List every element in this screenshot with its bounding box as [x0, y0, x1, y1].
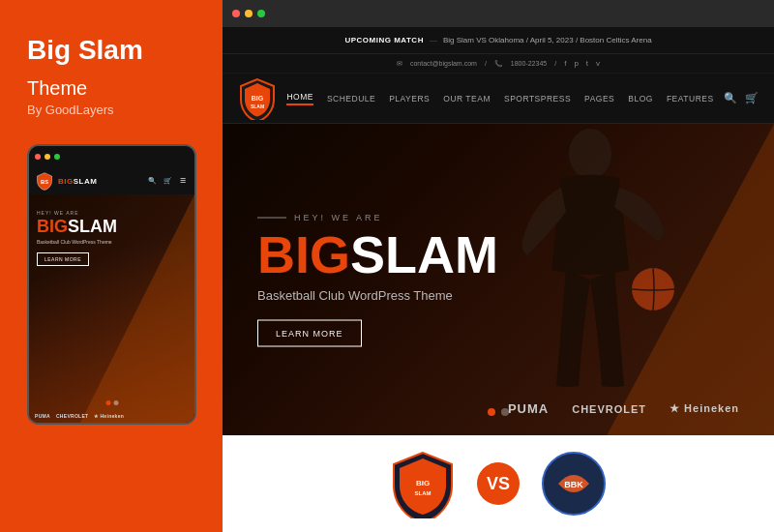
hero-section: HEY! WE ARE BIG SLAM Basketball Club Wor… [223, 124, 774, 435]
mobile-sponsor-puma: PUMA [35, 413, 50, 419]
chrome-dot-green [257, 10, 265, 17]
hero-big-text: BIG [257, 228, 350, 281]
hero-cta-button[interactable]: LEARN MORE [257, 320, 362, 347]
nav-link-sportspress[interactable]: SPORTSPRESS [504, 94, 571, 103]
social-twitter-icon[interactable]: t [586, 59, 588, 68]
left-panel: Big Slam Theme By GoodLayers BS BIGSLAM … [0, 0, 223, 532]
svg-text:BIG: BIG [252, 95, 264, 102]
mobile-title-row: BIG SLAM [37, 218, 117, 235]
svg-text:BBK: BBK [564, 480, 583, 489]
nav-logo: BIG SLAM [238, 77, 277, 120]
hero-tagline: Basketball Club WordPress Theme [257, 288, 498, 303]
team2-logo: BBK [539, 449, 609, 518]
team1-logo-icon: BIG SLAM [388, 449, 458, 518]
hero-hey-label: HEY! WE ARE [257, 213, 498, 222]
mobile-dot-red [35, 154, 41, 160]
sponsors-bar: PUMA CHEVROLET ★ Heineken [508, 401, 739, 416]
contact-email: contact@bigslam.com [410, 60, 477, 67]
mobile-mockup: BS BIGSLAM 🔍 🛒 ☰ HEY! WE ARE BIG SLAM [27, 144, 196, 425]
mobile-sponsor-heineken: ★ Heineken [94, 413, 124, 419]
mobile-cta-button[interactable]: LEARN MORE [37, 252, 89, 266]
chrome-dot-yellow [245, 10, 253, 17]
contact-email-icon: ✉ [397, 60, 402, 68]
separator-dash: — [430, 36, 437, 44]
svg-text:BS: BS [41, 179, 48, 185]
hero-content: HEY! WE ARE BIG SLAM Basketball Club Wor… [257, 213, 498, 347]
mobile-hey-label: HEY! WE ARE [37, 210, 117, 216]
logo-shield-icon: BIG SLAM [238, 77, 277, 120]
contact-phone: 1800-22345 [511, 60, 547, 67]
mobile-slide-indicators [105, 400, 118, 405]
sponsor-chevrolet: CHEVROLET [572, 403, 646, 415]
mobile-tagline: Basketball Club WordPress Theme [37, 239, 117, 245]
mobile-slam-text: SLAM [68, 218, 117, 235]
player-silhouette [493, 124, 687, 435]
upcoming-label: UPCOMING MATCH [344, 36, 424, 44]
indicator-2 [501, 408, 509, 416]
mobile-sponsor-chevrolet: CHEVROLET [56, 413, 89, 419]
sponsor-puma: PUMA [508, 401, 549, 416]
nav-links: HOME SCHEDULE PLAYERS OUR TEAM SPORTSPRE… [286, 92, 713, 105]
mobile-logo-icon: BS [35, 171, 54, 191]
desktop-mockup: UPCOMING MATCH — Big Slam VS Oklahoma / … [223, 0, 774, 532]
mobile-sponsors: PUMA CHEVROLET ★ Heineken [35, 413, 124, 419]
nav-search-icon[interactable]: 🔍 [724, 92, 737, 104]
chrome-dot-red [232, 10, 240, 17]
vs-badge: VS [477, 462, 520, 505]
indicator-1 [488, 408, 495, 416]
theme-byline: By GoodLayers [27, 103, 195, 117]
nav-link-pages[interactable]: PAGES [584, 94, 614, 103]
svg-text:BIG: BIG [416, 479, 430, 488]
nav-link-blog[interactable]: BLOG [628, 94, 653, 103]
sponsor-heineken: ★ Heineken [670, 402, 739, 415]
mobile-search-icon: 🔍 [146, 175, 158, 187]
bottom-section: BIG SLAM VS BBK [223, 435, 774, 532]
nav-link-features[interactable]: FEATURES [667, 94, 714, 103]
nav-link-schedule[interactable]: SCHEDULE [327, 94, 375, 103]
announcement-bar: UPCOMING MATCH — Big Slam VS Oklahoma / … [223, 27, 774, 54]
mobile-indicator-1 [105, 400, 110, 405]
match-info: Big Slam VS Oklahoma / April 5, 2023 / B… [443, 36, 652, 44]
svg-text:SLAM: SLAM [415, 490, 432, 496]
mobile-hero-text: HEY! WE ARE BIG SLAM Basketball Club Wor… [37, 210, 117, 266]
desktop-chrome-bar [223, 0, 774, 27]
contact-social-separator: / [554, 60, 556, 67]
nav-link-home[interactable]: HOME [286, 92, 313, 105]
team1-logo: BIG SLAM [388, 449, 458, 518]
nav-cart-icon[interactable]: 🛒 [745, 92, 759, 104]
svg-point-3 [569, 129, 611, 179]
mobile-indicator-2 [113, 400, 118, 405]
mobile-logo-text: BIGSLAM [58, 177, 97, 186]
social-pinterest-icon[interactable]: p [574, 59, 578, 68]
contact-separator: / [485, 60, 487, 67]
theme-title: Big Slam Theme [27, 31, 195, 103]
social-facebook-icon[interactable]: f [564, 59, 566, 68]
contact-bar: ✉ contact@bigslam.com / 📞 1800-22345 / f… [223, 54, 774, 74]
nav-link-players[interactable]: PLAYERS [389, 94, 430, 103]
mobile-nav-icons: 🔍 🛒 ☰ [146, 175, 189, 187]
main-nav: BIG SLAM HOME SCHEDULE PLAYERS OUR TEAM … [223, 74, 774, 124]
mobile-logo: BS BIGSLAM [35, 171, 97, 191]
mobile-big-text: BIG [37, 218, 68, 235]
slide-indicators [488, 408, 509, 416]
hero-slam-text: SLAM [350, 228, 498, 281]
mobile-dot-green [54, 154, 60, 160]
hero-title: BIG SLAM [257, 228, 498, 281]
svg-text:SLAM: SLAM [251, 103, 264, 109]
team2-logo-icon: BBK [539, 449, 609, 518]
contact-phone-icon: 📞 [494, 60, 503, 68]
mobile-dot-yellow [45, 154, 50, 160]
nav-action-icons: 🔍 🛒 [724, 92, 759, 104]
mobile-cart-icon: 🛒 [162, 175, 173, 187]
mobile-menu-icon: ☰ [177, 175, 189, 187]
mobile-nav: BS BIGSLAM 🔍 🛒 ☰ [29, 167, 194, 194]
nav-link-ourteam[interactable]: OUR TEAM [443, 94, 491, 103]
mobile-chrome-bar [29, 146, 194, 167]
social-vimeo-icon[interactable]: v [596, 59, 600, 68]
mobile-hero: HEY! WE ARE BIG SLAM Basketball Club Wor… [29, 194, 194, 425]
